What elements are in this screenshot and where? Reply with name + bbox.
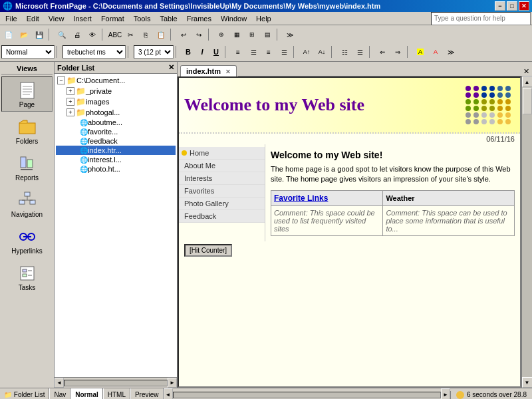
open-button[interactable]: 📂 [17,27,31,42]
font-color-button[interactable]: A [428,45,443,59]
maximize-button[interactable]: □ [507,1,517,11]
tree-item-photo[interactable]: 🌐 photo.ht... [56,164,176,174]
decrease-size-button[interactable]: A↓ [315,45,329,59]
menu-view[interactable]: View [45,13,68,24]
highlight-button[interactable]: A [413,45,428,59]
tree-item-root[interactable]: − 📁 C:\Document... [56,75,176,86]
nav-item-aboutme[interactable]: About Me [179,160,265,172]
view-tab-html[interactable]: HTML [103,388,130,399]
menu-format[interactable]: Format [97,13,128,24]
undo-button[interactable]: ↩ [176,27,191,42]
save-button[interactable]: 💾 [32,27,47,42]
vertical-scrollbar[interactable]: ▲ ▼ [521,76,532,388]
tree-item-images[interactable]: + 📁 images [56,96,176,107]
hscroll-right-btn[interactable]: ► [441,388,450,399]
scroll-up-btn[interactable]: ▲ [522,76,533,87]
underline-button[interactable]: U [209,45,223,59]
view-tab-normal[interactable]: Normal [70,388,102,399]
redo-button[interactable]: ↪ [192,27,206,42]
nav-item-feedback[interactable]: Feedback [179,210,265,223]
view-tab-folderlist[interactable]: 📁 Folder List [0,388,49,399]
editor-area[interactable]: Welcome to my Web site 06/11/16 [178,76,521,388]
tree-item-private[interactable]: + 📁 _private [56,86,176,96]
copy-button[interactable]: ⎘ [138,27,153,42]
font-select[interactable]: trebuchet ms [63,45,126,59]
view-item-reports[interactable]: Reports [1,150,53,185]
menu-edit[interactable]: Edit [23,13,43,24]
view-item-folders[interactable]: Folders [1,113,53,148]
justify-button[interactable]: ☰ [277,45,291,59]
view-item-navigation[interactable]: Navigation [1,186,53,221]
menu-table[interactable]: Table [156,13,181,24]
outdent-button[interactable]: ⇐ [375,45,390,59]
folder-scroll-right[interactable]: ► [168,378,177,388]
align-center-button[interactable]: ☰ [246,45,261,59]
view-tab-nav[interactable]: Nav [49,388,70,399]
spell-button[interactable]: ABC [108,27,122,42]
scroll-down-btn[interactable]: ▼ [522,377,533,388]
folder-scroll-left[interactable]: ◄ [55,378,64,388]
style-select[interactable]: Normal [1,45,55,59]
help-search-box[interactable] [431,12,531,25]
increase-size-button[interactable]: A↑ [299,45,314,59]
tree-item-aboutme[interactable]: 🌐 aboutme... [56,118,176,127]
title-bar-controls[interactable]: − □ ✕ [495,1,529,11]
print-button[interactable]: 🖨 [70,27,84,42]
paste-button[interactable]: 📋 [154,27,168,42]
view-tab-preview[interactable]: Preview [130,388,164,399]
tree-item-feedback[interactable]: 🌐 feedback [56,136,176,146]
menu-frames[interactable]: Frames [183,13,215,24]
scroll-thumb[interactable] [523,88,532,114]
search-button[interactable]: 🔍 [55,27,69,42]
hscroll-left-btn[interactable]: ◄ [164,388,173,399]
editor-tab-index[interactable]: index.htm ✕ [180,65,237,76]
insert-btn[interactable]: ▦ [229,27,244,42]
help-search-input[interactable] [434,15,527,22]
nav-item-photogallery[interactable]: Photo Gallery [179,198,265,210]
tree-item-interest[interactable]: 🌐 interest.l... [56,155,176,164]
size-select[interactable]: 3 (12 pt) [134,45,174,59]
preview-button[interactable]: 👁 [85,27,100,42]
tree-item-index[interactable]: 🌐 index.htr... [56,146,176,155]
more-format-btn[interactable]: ≫ [444,45,458,59]
insert2-btn[interactable]: ⊞ [245,27,259,42]
fav-links-header[interactable]: Favorite Links [274,194,328,203]
menu-insert[interactable]: Insert [69,13,96,24]
tree-expand-root[interactable]: − [57,76,65,84]
menu-window[interactable]: Window [217,13,251,24]
close-button[interactable]: ✕ [519,1,529,11]
horizontal-scrollbar[interactable]: ◄ ► [164,388,450,399]
hscroll-track[interactable] [173,392,441,398]
close-editor-btn[interactable]: ✕ [521,67,532,76]
tree-item-photogal[interactable]: + 📁 photogal... [56,107,176,118]
menu-help[interactable]: Help [252,13,275,24]
view-item-hyperlinks[interactable]: Hyperlinks [1,223,53,258]
nav-item-interests[interactable]: Interests [179,172,265,185]
nav-item-home[interactable]: Home [179,147,265,160]
insert3-btn[interactable]: ▤ [260,27,275,42]
minimize-button[interactable]: − [495,1,505,11]
align-right-button[interactable]: ≡ [261,45,276,59]
scroll-track[interactable] [522,87,532,377]
menu-file[interactable]: File [1,13,21,24]
new-button[interactable]: 📄 [1,27,16,42]
view-item-page[interactable]: Page [1,76,53,112]
tree-item-favorites[interactable]: 🌐 favorite... [56,127,176,136]
folder-hscroll[interactable]: ◄ ► [55,377,177,388]
menu-tools[interactable]: Tools [130,13,155,24]
bold-button[interactable]: B [182,45,195,59]
folder-scroll-track[interactable] [64,380,168,386]
indent-button[interactable]: ⇒ [390,45,405,59]
align-left-button[interactable]: ≡ [231,45,245,59]
webcomp-button[interactable]: ⊕ [214,27,229,42]
list-number-button[interactable]: ☰ [352,45,367,59]
folder-close-btn[interactable]: ✕ [168,63,174,72]
tree-expand-private[interactable]: + [66,87,74,95]
tree-expand-images[interactable]: + [66,98,74,106]
more-btn[interactable]: ≫ [283,27,297,42]
cut-button[interactable]: ✂ [123,27,138,42]
tree-expand-photogal[interactable]: + [66,108,74,116]
view-item-tasks[interactable]: Tasks [1,259,53,295]
list-bullet-button[interactable]: ☷ [337,45,352,59]
italic-button[interactable]: I [196,45,209,59]
